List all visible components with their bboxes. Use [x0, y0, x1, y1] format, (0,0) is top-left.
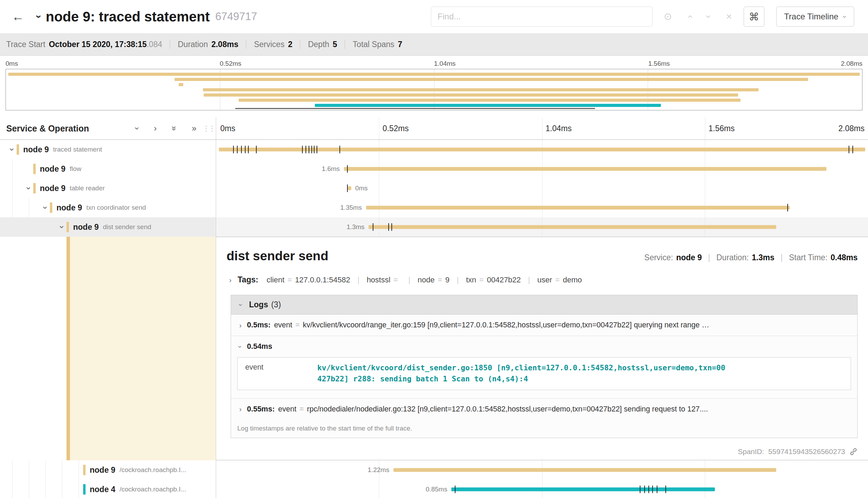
- chevron-down-icon: ›: [237, 343, 244, 351]
- summary-label: Depth: [308, 40, 329, 49]
- meta-label: Start Time:: [789, 253, 827, 262]
- clear-search-icon[interactable]: ×: [724, 11, 734, 22]
- prev-match-icon[interactable]: ›: [684, 13, 694, 20]
- divider: |: [357, 275, 360, 284]
- chevron-right-icon: ›: [237, 406, 244, 413]
- find-input[interactable]: [431, 7, 653, 27]
- axis-tick: 1.04ms: [434, 60, 455, 67]
- service-name: node 9: [40, 184, 65, 193]
- trace-view-dropdown[interactable]: Trace Timeline ›: [776, 7, 854, 27]
- divider: [345, 40, 345, 49]
- span-row-dist-sender-send[interactable]: › node 9 dist sender send 1.3ms: [0, 217, 868, 237]
- summary-label: Trace Start: [6, 40, 45, 49]
- span-color-bar: [50, 202, 52, 213]
- log-row[interactable]: › 0.55ms: event = rpc/nodedialer/nodedia…: [231, 399, 857, 420]
- equals-sign: =: [300, 405, 304, 414]
- log-field-value: rpc/nodedialer/nodedialer.go:132 [n9,cli…: [307, 405, 708, 414]
- collapse-children-icon[interactable]: ›: [41, 203, 50, 212]
- trace-viewer: ← › node 9: traced statement 6749717 ⊙ ›…: [0, 0, 868, 498]
- span-row-txn-coordinator-send[interactable]: › node 9 txn coordinator send 1.35ms: [0, 198, 868, 217]
- link-icon[interactable]: [849, 447, 858, 456]
- divider: [170, 40, 170, 49]
- equals-sign: =: [295, 321, 300, 329]
- operation-name: txn coordinator send: [86, 204, 146, 211]
- span-bar[interactable]: [451, 488, 715, 491]
- summary-value-fraction: .084: [147, 40, 162, 49]
- chevron-down-icon: ›: [841, 16, 849, 18]
- span-bar[interactable]: [393, 468, 776, 472]
- trace-view-label: Trace Timeline: [784, 12, 839, 21]
- axis-tick: 0ms: [6, 60, 18, 67]
- collapse-trace-header-icon[interactable]: ›: [33, 15, 45, 18]
- span-row-table-reader[interactable]: › node 9 table reader 0ms: [0, 179, 868, 198]
- log-row[interactable]: › 0.54ms: [237, 341, 852, 351]
- next-match-icon[interactable]: ›: [703, 13, 714, 20]
- minimap-canvas[interactable]: [6, 69, 862, 110]
- axis-tick: 2.08ms: [841, 60, 862, 67]
- collapse-children-icon[interactable]: ›: [25, 184, 33, 193]
- equals-sign: =: [393, 275, 398, 284]
- collapse-one-icon[interactable]: ›: [133, 125, 142, 132]
- tags-label: Tags:: [238, 275, 258, 284]
- span-bar[interactable]: [344, 167, 826, 171]
- axis-tick: 0.52ms: [383, 124, 409, 133]
- tag-key: node: [418, 275, 435, 284]
- span-bar[interactable]: [366, 206, 790, 210]
- logs-section: › Logs (3) › 0.5ms: event = kv/kvclient/…: [231, 295, 858, 438]
- service-name: node 4: [90, 485, 115, 494]
- span-row-flow[interactable]: › node 9 flow 1.6ms: [0, 159, 868, 179]
- span-id-value: 5597415943526560273: [768, 447, 845, 456]
- span-detail-row: dist sender send Service: node 9 | Durat…: [0, 237, 868, 460]
- log-row[interactable]: › 0.5ms: event = kv/kvclient/kvcoord/ran…: [231, 315, 857, 336]
- chevron-right-icon: ›: [227, 277, 234, 283]
- operation-name: /cockroach.roachpb.I...: [119, 486, 186, 493]
- log-kv-table: event kv/kvclient/kvcoord/dist_sender.go…: [237, 357, 851, 390]
- service-name: node 9: [73, 223, 99, 232]
- meta-label: Service:: [644, 253, 673, 262]
- span-row-traced-statement[interactable]: › node 9 traced statement: [0, 140, 868, 159]
- expand-all-icon[interactable]: »: [190, 124, 198, 133]
- duration-label: 0ms: [355, 184, 368, 192]
- tag-value: 00427b22: [487, 275, 521, 284]
- service-operation-title: Service & Operation: [6, 124, 89, 134]
- expand-one-icon[interactable]: ›: [152, 124, 159, 133]
- keyboard-shortcuts-button[interactable]: ⌘: [744, 7, 764, 27]
- axis-tick: 2.08ms: [839, 124, 865, 133]
- collapse-children-icon[interactable]: ›: [58, 223, 66, 232]
- log-field-key: event: [274, 321, 292, 329]
- axis-tick: 1.04ms: [546, 124, 572, 133]
- detail-span-meta: Service: node 9 | Duration: 1.3ms | Star…: [644, 253, 858, 262]
- logs-header[interactable]: › Logs (3): [231, 295, 857, 315]
- column-resizer-handle[interactable]: ⋮⋮: [203, 124, 214, 133]
- tag-key: client: [267, 275, 284, 284]
- log-timestamp: 0.54ms: [247, 342, 272, 351]
- span-bar[interactable]: [369, 225, 776, 229]
- span-row-roachpb-node4[interactable]: › node 4 /cockroach.roachpb.I... 0.85ms: [0, 480, 868, 498]
- span-color-bar: [17, 144, 19, 155]
- divider: |: [457, 275, 459, 284]
- divider: |: [781, 253, 783, 262]
- collapse-all-icon[interactable]: »: [170, 124, 179, 133]
- tree-controls: › › » »: [134, 124, 198, 133]
- equals-sign: =: [438, 275, 442, 284]
- service-name: node 9: [56, 203, 82, 212]
- span-detail-panel: dist sender send Service: node 9 | Durat…: [216, 237, 868, 460]
- locate-span-icon[interactable]: ⊙: [662, 11, 674, 22]
- summary-label: Services: [254, 40, 284, 49]
- tag-key: hostssl: [367, 275, 390, 284]
- axis-tick: 0.52ms: [220, 60, 241, 67]
- span-row-roachpb-node9[interactable]: › node 9 /cockroach.roachpb.I... 1.22ms: [0, 460, 868, 480]
- span-bar[interactable]: [219, 148, 866, 152]
- summary-value: 7: [398, 40, 402, 49]
- duration-label: 0.85ms: [426, 486, 447, 493]
- axis-tick: 0ms: [220, 124, 235, 133]
- divider: |: [528, 275, 530, 284]
- minimap-axis: 0ms 0.52ms 1.04ms 1.56ms 2.08ms: [6, 60, 862, 69]
- back-button[interactable]: ←: [10, 9, 26, 24]
- top-bar: ← › node 9: traced statement 6749717 ⊙ ›…: [0, 0, 868, 33]
- log-field-value: kv/kvclient/kvcoord/range_iter.go:159 [n…: [303, 321, 709, 329]
- tags-row[interactable]: › Tags: client=127.0.0.1:54582 | hostssl…: [216, 275, 868, 284]
- span-bar[interactable]: [348, 187, 351, 190]
- collapse-children-icon[interactable]: ›: [8, 145, 16, 154]
- logs-footnote: Log timestamps are relative to the start…: [231, 420, 857, 438]
